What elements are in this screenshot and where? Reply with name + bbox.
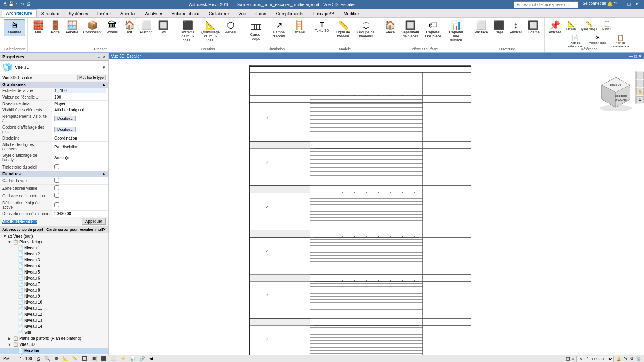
tree-niveau-12[interactable]: 📄 Niveau 12	[0, 311, 108, 317]
viewport-minimize[interactable]: —	[629, 54, 633, 58]
tab-inserer[interactable]: Insérer	[93, 10, 116, 17]
expand-vues-tout[interactable]: ▼	[2, 234, 7, 238]
quadrillage-btn[interactable]: 📐 Quadrillage du mur-rideau	[200, 19, 222, 44]
lucarne-btn[interactable]: 🔲 Lucarne	[524, 19, 542, 36]
garde-corps-btn[interactable]: Garde-corps	[245, 19, 267, 43]
expand-plans-etage[interactable]: ▼	[7, 240, 12, 244]
quick-save[interactable]: 💾	[8, 1, 14, 8]
lightning-icon[interactable]: ⚡	[120, 356, 126, 361]
draw1-status-icon[interactable]: 📐	[62, 356, 68, 361]
plafond-btn[interactable]: ⬜ Plafond	[138, 19, 155, 36]
tree-niveau-3[interactable]: 📄 Niveau 3	[0, 257, 108, 263]
tab-modifier[interactable]: Modifier	[339, 10, 363, 17]
nav-icon-3[interactable]: ⚙	[630, 356, 634, 361]
print-btn[interactable]: 🖨	[26, 1, 31, 8]
view3-status-icon[interactable]: ⬛	[101, 356, 107, 361]
zone-cadree-checkbox[interactable]	[54, 185, 59, 190]
properties-collapse[interactable]: ▲	[97, 55, 101, 59]
nav-icon-1[interactable]: 🔔	[616, 356, 621, 361]
cage-btn[interactable]: ⬛ Cage	[491, 19, 507, 36]
echelle-input[interactable]	[54, 88, 106, 93]
tree-3d[interactable]: 📄 (3D)	[0, 354, 108, 355]
tree-niveau-8[interactable]: 📄 Niveau 8	[0, 287, 108, 293]
porte-btn[interactable]: 🚪 Porte	[47, 19, 63, 36]
modifier-visibilite-btn[interactable]: Modifier...	[54, 116, 76, 121]
etiqueter-piece-btn[interactable]: 🏷 Etiqueter une pièce	[422, 19, 444, 40]
tab-gerer[interactable]: Gérer	[251, 10, 271, 17]
quadrillage-ref-btn[interactable]: 📏 Quadrillage	[579, 19, 599, 33]
tree-plans-plafond[interactable]: ▶ 📋 Plans de plafond (Plan de plafond)	[0, 335, 108, 341]
tree-niveau-11[interactable]: 📄 Niveau 11	[0, 305, 108, 311]
restore-btn[interactable]: □	[625, 1, 633, 8]
separateur-btn[interactable]: 🔲 Séparateur de pièces	[399, 19, 421, 40]
poteau-btn[interactable]: 🏛 Poteau	[104, 19, 120, 36]
graphismes-collapse[interactable]: ▲	[102, 82, 106, 87]
view-dropdown-arrow[interactable]: ▼	[102, 65, 106, 70]
view-name[interactable]: Vue 3D	[15, 65, 99, 70]
ligne-modele-btn[interactable]: 📏 Ligne de modèle	[332, 19, 354, 40]
nav-icon-2[interactable]: 🖱	[623, 356, 627, 361]
etendues-collapse[interactable]: ▲	[102, 172, 106, 176]
definir-btn[interactable]: 📋 Définir	[600, 19, 613, 33]
tree-niveau-2[interactable]: 📄 Niveau 2	[0, 251, 108, 257]
toit-btn[interactable]: 🏠 Toit	[121, 19, 137, 36]
tree-niveau-4[interactable]: 📄 Niveau 4	[0, 263, 108, 269]
vertical-btn[interactable]: ↕ Vertical	[508, 19, 524, 36]
texte-3d-btn[interactable]: T Texte 3D	[313, 19, 331, 35]
viewport-close[interactable]: ✕	[638, 54, 642, 58]
settings-status-icon[interactable]: ⚙	[54, 356, 58, 361]
tab-systemes[interactable]: Systèmes	[64, 10, 92, 17]
viewport-canvas[interactable]: ↗ ↗ ↗ ↗ ↗ ↗	[109, 59, 644, 353]
tab-structure[interactable]: Structure	[37, 10, 64, 17]
view1-status-icon[interactable]: 🔲	[82, 356, 87, 361]
modifier-btn[interactable]: 🖱 Modifier	[4, 19, 25, 36]
plan-construction-btn[interactable]: 📋 Plan de construction	[609, 33, 632, 50]
etendues-header[interactable]: Etendues ▲	[0, 171, 108, 177]
systeme-mur-rideau-btn[interactable]: ⬛ Système de mur-rideau	[177, 19, 199, 44]
tree-niveau-5[interactable]: 📄 Niveau 5	[0, 269, 108, 275]
tree-niveau-10[interactable]: 📄 Niveau 10	[0, 299, 108, 305]
par-face-btn[interactable]: ⬜ Par face	[473, 19, 490, 36]
nav-icon-4[interactable]: 📡	[636, 356, 641, 361]
appliquer-btn[interactable]: Appliquer	[82, 218, 106, 225]
undo-btn[interactable]: ↩	[16, 1, 19, 8]
tree-niveau-14[interactable]: 📄 Niveau 14	[0, 323, 108, 329]
view-cube[interactable]: ARRIÈRE GAUCHE DESSUS	[596, 71, 636, 111]
tab-volume[interactable]: Volume et site	[167, 10, 204, 17]
cadrage-annotation-checkbox[interactable]	[54, 193, 59, 198]
zoom-out-btn[interactable]: −	[636, 80, 644, 87]
modifier-affichage-btn[interactable]: Modifier...	[54, 127, 76, 132]
orbit-btn[interactable]: ↻	[636, 96, 644, 103]
sol-btn[interactable]: 🔲 Sol	[155, 19, 171, 36]
tab-architecture[interactable]: Architecture	[2, 9, 37, 17]
draw2-status-icon[interactable]: 📏	[72, 356, 78, 361]
niveau-btn[interactable]: 📐 Niveau	[564, 19, 578, 33]
viewport-maximize[interactable]: □	[634, 54, 637, 58]
tab-analyser[interactable]: Analyser	[141, 10, 167, 17]
soleil-checkbox[interactable]	[54, 164, 59, 169]
zoom-in-btn[interactable]: +	[636, 72, 644, 79]
tab-enscape[interactable]: Enscape™	[308, 10, 339, 17]
print-status-icon[interactable]: 🖨	[36, 356, 41, 361]
tree-niveau-6[interactable]: 📄 Niveau 6	[0, 275, 108, 281]
tree-escalier[interactable]: 📄 Escalier	[0, 348, 108, 354]
tree-niveau-13[interactable]: 📄 Niveau 13	[0, 317, 108, 323]
properties-close[interactable]: ✕	[103, 55, 106, 59]
tree-niveau-9[interactable]: 📄 Niveau 9	[0, 293, 108, 299]
meneau-btn[interactable]: ⬡ Meneau	[223, 19, 240, 36]
view2-status-icon[interactable]: 🔳	[91, 356, 97, 361]
graphismes-header[interactable]: Graphismes ▲	[0, 82, 108, 88]
tree-vues-3d[interactable]: ▼ 📋 Vues 3D	[0, 341, 108, 348]
rampe-btn[interactable]: ↗ Rampe d'accès	[268, 19, 290, 40]
view4-status-icon[interactable]: ⬜	[111, 356, 116, 361]
cadrer-checkbox[interactable]	[54, 178, 59, 183]
tree-plans-etage[interactable]: ▼ 📋 Plans d'étage	[0, 239, 108, 245]
notification-icon[interactable]: 🔔	[607, 1, 613, 8]
browser-close[interactable]: ✕	[103, 227, 106, 232]
tree-vues-tout[interactable]: ▼ 🗂 Vues (tout)	[0, 233, 108, 239]
tree-site[interactable]: 📄 Site	[0, 329, 108, 335]
tree-niveau-1[interactable]: 📄 Niveau 1	[0, 245, 108, 251]
expand-plans-plafond[interactable]: ▶	[7, 337, 12, 341]
link-status-icon[interactable]: 🔗	[140, 356, 145, 361]
aide-link[interactable]: Aide des propriétés	[2, 219, 37, 224]
